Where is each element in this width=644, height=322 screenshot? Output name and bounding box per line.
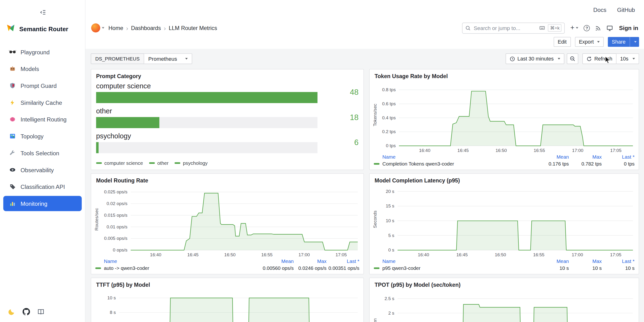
sidebar: Semantic Router PlaygroundModelsPrompt G… <box>0 0 86 322</box>
panel-title[interactable]: TTFT (p95) by Model <box>91 278 364 289</box>
search-placeholder: Search or jump to... <box>474 25 536 31</box>
docs-footer-link[interactable] <box>38 308 44 315</box>
help-button[interactable] <box>584 25 590 31</box>
svg-text:10 s: 10 s <box>386 218 394 223</box>
bar-value: 48 <box>318 88 358 97</box>
legend-series-name[interactable]: auto -> qwen3-coder <box>95 265 248 271</box>
svg-text:Routes/sec: Routes/sec <box>94 208 99 230</box>
sidebar-item-similarity-cache[interactable]: Similarity Cache <box>3 95 82 110</box>
legend-last-value: 10 s <box>602 265 634 271</box>
refresh-interval-select[interactable]: 10s <box>616 53 639 64</box>
svg-text:16:40: 16:40 <box>419 148 430 153</box>
svg-text:Seconds: Seconds <box>372 210 378 228</box>
docs-link[interactable]: Docs <box>593 7 606 13</box>
legend-item[interactable]: psychology <box>175 160 208 166</box>
legend-item[interactable]: computer science <box>96 160 143 166</box>
sign-in-button[interactable]: Sign in <box>619 24 638 31</box>
search-input[interactable]: Search or jump to... ⌘+k <box>462 22 565 34</box>
timeseries-chart: 0 s0.5 s1 s1.5 s2 s2.5 s16:4016:4516:501… <box>372 290 636 322</box>
refresh-interval-value: 10s <box>620 56 628 62</box>
legend-header-last[interactable]: Last * <box>602 154 634 160</box>
svg-text:0.005 ops/s: 0.005 ops/s <box>104 236 128 241</box>
sidebar-item-classification-api[interactable]: Classification API <box>3 179 82 194</box>
legend-header: NameMeanMaxLast * <box>374 153 634 160</box>
time-range-picker[interactable]: Last 30 minutes <box>506 53 564 64</box>
bar-row: other18 <box>96 107 359 128</box>
sidebar-item-intelligent-routing[interactable]: Intelligent Routing <box>3 112 82 127</box>
panel-legend: NameMeanMaxLast *Completion Tokens qwen3… <box>370 153 639 170</box>
sidebar-item-topology[interactable]: Topology <box>3 128 82 144</box>
export-button[interactable]: Export <box>575 37 604 47</box>
news-button[interactable] <box>595 25 601 31</box>
legend-header-last[interactable]: Last * <box>326 258 360 264</box>
legend-header-mean[interactable]: Mean <box>248 258 294 264</box>
svg-text:0.6 tps: 0.6 tps <box>382 101 396 106</box>
export-label: Export <box>579 39 594 45</box>
legend-header-max[interactable]: Max <box>294 258 326 264</box>
legend-row: auto -> qwen3-coder0.00560 ops/s0.0246 o… <box>95 264 360 272</box>
sidebar-collapse-button[interactable] <box>0 9 85 16</box>
breadcrumb-dashboards[interactable]: Dashboards <box>131 25 161 31</box>
add-button[interactable] <box>570 24 578 32</box>
refresh-button[interactable]: Refresh <box>582 53 616 64</box>
svg-text:0.8 tps: 0.8 tps <box>382 87 396 92</box>
panel-title[interactable]: Model Routing Rate <box>91 174 364 184</box>
legend-header-name[interactable]: Name <box>374 154 523 160</box>
svg-text:0 tps: 0 tps <box>386 143 396 148</box>
sidebar-item-tools-selection[interactable]: Tools Selection <box>3 145 82 160</box>
sidebar-item-monitoring[interactable]: Monitoring <box>3 196 82 211</box>
datasource-select[interactable]: Prometheus <box>144 53 192 64</box>
display-button[interactable] <box>607 25 613 31</box>
breadcrumb-separator-icon <box>164 24 166 32</box>
collapse-sidebar-icon <box>39 9 46 16</box>
panel-title[interactable]: Token Usage Rate by Model <box>370 69 639 80</box>
legend-header-mean[interactable]: Mean <box>523 154 569 160</box>
svg-text:0.025 ops/s: 0.025 ops/s <box>104 189 128 194</box>
panel-title[interactable]: Model Completion Latency (p95) <box>370 174 639 184</box>
series-color-icon <box>149 162 155 164</box>
legend-header-last[interactable]: Last * <box>602 258 634 264</box>
sidebar-item-models[interactable]: Models <box>3 61 82 76</box>
legend-header-name[interactable]: Name <box>374 258 523 264</box>
legend-header-max[interactable]: Max <box>569 258 602 264</box>
panel-legend: NameMeanMaxLast *auto -> qwen3-coder0.00… <box>91 258 364 274</box>
svg-text:16:55: 16:55 <box>534 148 545 153</box>
panel-title[interactable]: TPOT (p95) by Model (sec/token) <box>370 278 639 289</box>
zoom-out-button[interactable] <box>567 53 578 64</box>
svg-text:0.015 ops/s: 0.015 ops/s <box>104 213 128 218</box>
bar-fill <box>96 142 99 154</box>
moon-icon <box>8 308 15 315</box>
share-button[interactable]: Share <box>608 37 639 47</box>
legend-item[interactable]: other <box>149 160 168 166</box>
edit-button[interactable]: Edit <box>554 37 571 47</box>
legend-series-name[interactable]: p95 qwen3-coder <box>374 265 523 271</box>
sidebar-item-prompt-guard[interactable]: Prompt Guard <box>3 78 82 93</box>
svg-text:16:55: 16:55 <box>261 252 272 257</box>
legend-header-mean[interactable]: Mean <box>523 258 569 264</box>
refresh-group: Refresh 10s <box>582 53 639 64</box>
timeseries-chart: 0 ops/s0.005 ops/s0.01 ops/s0.015 ops/s0… <box>94 185 361 258</box>
breadcrumb-home[interactable]: Home <box>108 25 123 31</box>
grafana-logo-icon[interactable] <box>91 23 100 32</box>
wrench-icon <box>8 150 16 156</box>
bar-track <box>96 142 318 154</box>
sidebar-item-label: Classification API <box>20 184 65 190</box>
legend-header-name[interactable]: Name <box>95 258 248 264</box>
search-icon <box>466 25 471 30</box>
dark-mode-toggle[interactable] <box>8 308 15 315</box>
series-color-icon <box>374 163 380 164</box>
sidebar-item-playground[interactable]: Playground <box>3 44 82 60</box>
svg-text:10 s: 10 s <box>107 295 116 300</box>
github-footer-link[interactable] <box>23 308 30 315</box>
eye-icon <box>8 167 16 173</box>
semantic-router-logo-icon <box>6 23 16 34</box>
legend-header-max[interactable]: Max <box>569 154 602 160</box>
legend-mean-value: 0.00560 ops/s <box>248 265 294 271</box>
panel-title[interactable]: Prompt Category <box>91 69 364 80</box>
share-dropdown-button[interactable] <box>630 37 639 47</box>
legend-series-name[interactable]: Completion Tokens qwen3-coder <box>374 161 523 166</box>
brand: Semantic Router <box>0 23 85 34</box>
sidebar-item-observability[interactable]: Observability <box>3 162 82 178</box>
github-link[interactable]: GitHub <box>617 7 635 13</box>
legend-header: NameMeanMaxLast * <box>95 258 360 264</box>
